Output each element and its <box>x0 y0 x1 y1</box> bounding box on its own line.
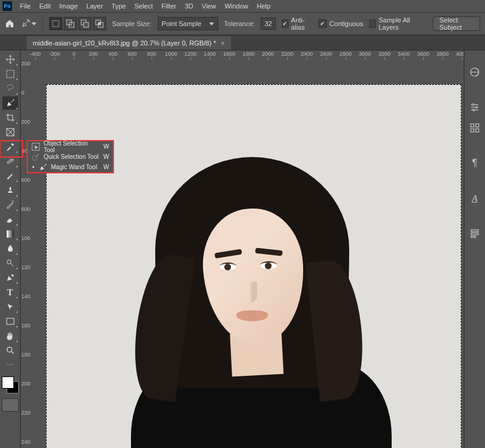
selection-intersect-button[interactable] <box>93 17 106 30</box>
marquee-tool[interactable] <box>2 67 18 81</box>
options-bar: Sample Size: Point Sample Tolerance: 32 … <box>0 13 485 35</box>
crop-tool[interactable] <box>2 111 18 124</box>
frame-tool[interactable] <box>2 125 18 139</box>
app-logo: Ps <box>2 1 12 11</box>
brush-tool[interactable] <box>2 169 18 182</box>
tolerance-input[interactable]: 32 <box>261 18 275 30</box>
svg-rect-29 <box>471 230 478 232</box>
svg-rect-31 <box>471 236 476 238</box>
svg-rect-26 <box>476 124 479 127</box>
flyout-shortcut: W <box>104 164 109 170</box>
menu-help[interactable]: Help <box>253 1 275 11</box>
document-tab-title: middle-asian-girl_t20_kRv8I3.jpg @ 20.7%… <box>33 39 216 47</box>
lasso-tool[interactable] <box>2 82 18 95</box>
menu-edit[interactable]: Edit <box>35 1 55 11</box>
sample-size-label: Sample Size: <box>112 20 152 27</box>
gradient-tool[interactable] <box>2 227 18 241</box>
adjustments-panel-icon[interactable] <box>467 100 482 115</box>
healing-brush-tool[interactable] <box>2 155 18 168</box>
svg-rect-3 <box>53 21 59 27</box>
zoom-tool[interactable] <box>2 344 18 357</box>
dodge-tool[interactable] <box>2 256 18 270</box>
svg-point-22 <box>472 104 474 105</box>
document-tab-bar: middle-asian-girl_t20_kRv8I3.jpg @ 20.7%… <box>0 35 485 50</box>
svg-point-1 <box>27 19 28 20</box>
svg-rect-10 <box>98 22 101 25</box>
properties-panel-icon[interactable] <box>467 226 482 241</box>
antialias-checkbox[interactable]: Anti-alias <box>282 16 313 31</box>
document-canvas[interactable] <box>46 84 461 448</box>
selection-add-button[interactable] <box>64 17 77 30</box>
svg-point-23 <box>476 107 478 109</box>
svg-point-33 <box>33 156 37 160</box>
hand-tool[interactable] <box>2 329 18 343</box>
svg-rect-11 <box>7 70 14 78</box>
quick-mask-button[interactable] <box>2 398 19 412</box>
contiguous-checkbox[interactable]: Contiguous <box>318 19 363 28</box>
select-subject-button[interactable]: Select Subject <box>433 16 480 31</box>
menu-view[interactable]: View <box>198 1 221 11</box>
horizontal-ruler[interactable]: -400-20002004006008001000120014001600180… <box>30 50 464 61</box>
svg-rect-28 <box>476 129 479 132</box>
menu-type[interactable]: Type <box>107 1 130 11</box>
eraser-tool[interactable] <box>2 213 18 226</box>
menu-layer[interactable]: Layer <box>82 1 107 11</box>
flyout-object-selection-tool[interactable]: Object Selection Tool W <box>28 141 113 152</box>
canvas-background[interactable] <box>30 60 464 448</box>
svg-rect-19 <box>7 318 14 324</box>
selection-subtract-button[interactable] <box>78 17 92 30</box>
color-panel-icon[interactable] <box>467 65 482 79</box>
move-tool[interactable] <box>2 53 18 66</box>
tool-flyout-menu: Object Selection Tool W Quick Selection … <box>27 140 114 173</box>
vertical-ruler[interactable]: 2000200400600800100012001400160018002000… <box>21 60 31 448</box>
svg-point-24 <box>473 109 475 111</box>
magic-wand-tool[interactable] <box>2 96 18 110</box>
current-tool-indicator[interactable] <box>21 19 36 28</box>
svg-point-18 <box>7 260 11 264</box>
svg-point-34 <box>45 164 46 164</box>
path-selection-tool[interactable] <box>2 300 18 313</box>
menu-image[interactable]: Image <box>55 1 82 11</box>
flyout-shortcut: W <box>104 143 109 150</box>
foreground-color-swatch[interactable] <box>2 376 14 389</box>
paragraph-panel-icon[interactable]: ¶ <box>467 156 482 170</box>
document-tab[interactable]: middle-asian-girl_t20_kRv8I3.jpg @ 20.7%… <box>27 36 231 50</box>
menu-window[interactable]: Window <box>220 1 252 11</box>
object-selection-icon <box>32 142 40 151</box>
svg-rect-7 <box>84 22 89 27</box>
color-swatches[interactable] <box>2 376 19 393</box>
character-panel-icon[interactable]: A <box>467 191 482 206</box>
edit-toolbar-button[interactable]: ⋯ <box>2 358 18 372</box>
image-subject <box>119 133 380 448</box>
sample-size-dropdown[interactable]: Point Sample <box>158 17 218 30</box>
close-tab-icon[interactable]: × <box>221 39 224 47</box>
canvas-area: -400-20002004006008001000120014001600180… <box>21 50 464 448</box>
flyout-magic-wand-tool[interactable]: •Magic Wand Tool W <box>28 162 113 172</box>
menu-file[interactable]: File <box>16 1 35 11</box>
svg-point-2 <box>29 21 30 22</box>
svg-rect-25 <box>470 124 473 127</box>
magic-wand-icon <box>39 163 47 172</box>
menu-bar: Ps File Edit Image Layer Type Select Fil… <box>0 0 485 13</box>
svg-point-0 <box>28 20 29 21</box>
pen-tool[interactable] <box>2 271 18 284</box>
type-tool[interactable]: T <box>2 286 18 299</box>
styles-panel-icon[interactable] <box>467 121 482 135</box>
workspace: T ⋯ -400-2000200400600800100012001400160… <box>0 50 485 448</box>
selection-mode-group <box>49 17 106 30</box>
blur-tool[interactable] <box>2 242 18 255</box>
clone-stamp-tool[interactable] <box>2 184 18 197</box>
flyout-quick-selection-tool[interactable]: Quick Selection Tool W <box>28 152 113 162</box>
menu-filter[interactable]: Filter <box>157 1 180 11</box>
selection-new-button[interactable] <box>49 17 62 30</box>
menu-3d[interactable]: 3D <box>181 1 198 11</box>
menu-select[interactable]: Select <box>130 1 158 11</box>
tolerance-value: 32 <box>264 20 272 27</box>
sample-all-layers-checkbox[interactable]: Sample All Layers <box>369 16 421 31</box>
eyedropper-tool[interactable] <box>2 140 18 153</box>
rectangle-tool[interactable] <box>2 315 18 328</box>
home-icon[interactable] <box>5 19 15 28</box>
tools-panel: T ⋯ <box>0 50 21 448</box>
tolerance-label: Tolerance: <box>224 20 255 27</box>
history-brush-tool[interactable] <box>2 198 18 212</box>
